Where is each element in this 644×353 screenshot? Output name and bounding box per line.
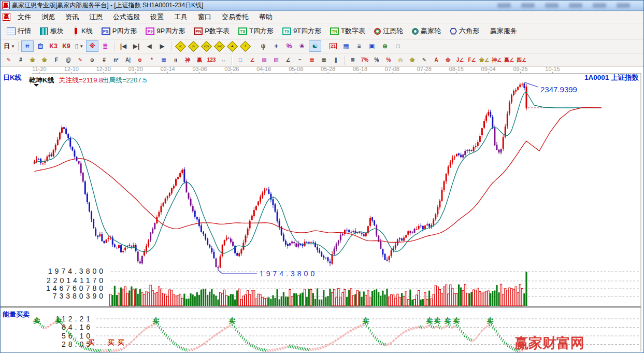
candle[interactable] xyxy=(131,246,132,247)
candle[interactable] xyxy=(253,210,255,216)
candle[interactable] xyxy=(224,240,225,245)
candle[interactable] xyxy=(177,177,179,179)
menu-item-help[interactable]: 帮助 xyxy=(254,11,278,23)
candle[interactable] xyxy=(503,137,504,149)
candle[interactable] xyxy=(71,147,73,150)
kline-type-label[interactable]: 乾坤K线 xyxy=(29,76,54,84)
candle[interactable] xyxy=(65,129,67,134)
candle[interactable] xyxy=(146,246,147,251)
candle[interactable] xyxy=(439,201,440,207)
draw-pen-2-button[interactable]: ✎ xyxy=(75,55,86,65)
candle[interactable] xyxy=(67,134,69,138)
candle[interactable] xyxy=(165,199,166,203)
candle[interactable] xyxy=(475,146,477,147)
candle[interactable] xyxy=(93,219,94,228)
candle[interactable] xyxy=(150,233,151,240)
candle[interactable] xyxy=(167,196,168,198)
candle[interactable] xyxy=(80,163,82,173)
candle[interactable] xyxy=(523,83,525,88)
candle[interactable] xyxy=(519,84,521,87)
menu-item-window[interactable]: 窗口 xyxy=(193,11,217,23)
candle[interactable] xyxy=(448,166,449,173)
candle[interactable] xyxy=(376,225,377,235)
candle[interactable] xyxy=(171,188,173,193)
candle[interactable] xyxy=(277,211,278,221)
candle[interactable] xyxy=(433,219,434,224)
candle[interactable] xyxy=(481,128,483,135)
period-label[interactable]: 日K线 xyxy=(3,74,21,81)
candle[interactable] xyxy=(297,244,299,247)
candle[interactable] xyxy=(207,239,208,245)
candle[interactable] xyxy=(310,242,312,243)
candle[interactable] xyxy=(418,226,420,229)
candle[interactable] xyxy=(496,145,497,150)
candle[interactable] xyxy=(498,150,500,152)
percent-line-button[interactable]: % xyxy=(383,55,394,65)
f-angle-button[interactable]: F∠ xyxy=(466,55,478,65)
candle[interactable] xyxy=(479,136,481,142)
yinyang-button[interactable]: ☯ xyxy=(309,40,321,52)
candle[interactable] xyxy=(101,234,103,241)
candle[interactable] xyxy=(87,194,88,202)
candle[interactable] xyxy=(289,243,291,246)
star-rays-button[interactable]: * xyxy=(146,55,158,65)
candle[interactable] xyxy=(251,216,253,220)
notepad-button[interactable]: ≡ xyxy=(353,40,365,52)
candle[interactable] xyxy=(255,206,257,210)
candle[interactable] xyxy=(203,232,204,234)
width-measure-button[interactable]: ↔ xyxy=(218,55,229,65)
fan-box-button[interactable]: ▨ xyxy=(259,55,270,65)
candle[interactable] xyxy=(327,257,328,261)
candle[interactable] xyxy=(312,242,314,243)
candle[interactable] xyxy=(443,181,445,190)
candle[interactable] xyxy=(213,252,214,258)
candle[interactable] xyxy=(169,193,170,196)
candle[interactable] xyxy=(411,232,413,233)
draw-pen-button[interactable]: ✎ xyxy=(3,55,15,65)
candle[interactable] xyxy=(526,87,527,108)
candle[interactable] xyxy=(350,232,352,233)
candle[interactable] xyxy=(323,256,324,258)
diamond-full-button[interactable]: * xyxy=(239,40,251,52)
period-day-dropdown-button[interactable]: 日▼ xyxy=(3,40,16,52)
candle[interactable] xyxy=(306,242,308,243)
candle[interactable] xyxy=(114,244,116,247)
candle[interactable] xyxy=(139,261,141,263)
candle[interactable] xyxy=(483,121,485,128)
candle[interactable] xyxy=(158,212,160,217)
candle[interactable] xyxy=(89,203,90,211)
candle[interactable] xyxy=(36,159,37,161)
candle[interactable] xyxy=(466,150,468,151)
candle[interactable] xyxy=(477,142,479,146)
percent-button[interactable]: % xyxy=(371,55,382,65)
candle[interactable] xyxy=(201,225,202,232)
candle[interactable] xyxy=(363,234,365,236)
gold-circle-button[interactable]: ◎ xyxy=(395,55,406,65)
candle[interactable] xyxy=(78,161,80,164)
candle[interactable] xyxy=(42,163,44,163)
export-web-button[interactable]: ⊕ xyxy=(379,40,391,52)
fan-lines-button[interactable]: ∠ xyxy=(247,55,258,65)
candle[interactable] xyxy=(361,233,363,234)
candle[interactable] xyxy=(122,251,124,252)
candle[interactable] xyxy=(494,128,495,145)
titlebar-control-icon[interactable] xyxy=(617,3,630,8)
si-angle-button[interactable]: 四∠ xyxy=(516,55,527,65)
candle[interactable] xyxy=(319,250,320,252)
candle[interactable] xyxy=(446,174,447,181)
candle[interactable] xyxy=(196,217,198,219)
candle[interactable] xyxy=(74,150,75,156)
candle[interactable] xyxy=(228,238,230,238)
candle[interactable] xyxy=(222,245,223,256)
menu-item-trade-order[interactable]: 交易委托 xyxy=(217,11,254,23)
titlebar-control-icon[interactable] xyxy=(569,3,582,8)
menu-item-settings[interactable]: 设置 xyxy=(145,11,169,23)
candle[interactable] xyxy=(473,147,475,151)
menu-item-browse[interactable]: 浏览 xyxy=(36,11,60,23)
candle[interactable] xyxy=(55,145,56,150)
candle[interactable] xyxy=(181,170,183,173)
candle[interactable] xyxy=(521,84,523,84)
candle[interactable] xyxy=(441,190,442,201)
candle[interactable] xyxy=(330,261,331,263)
candle[interactable] xyxy=(148,241,149,246)
